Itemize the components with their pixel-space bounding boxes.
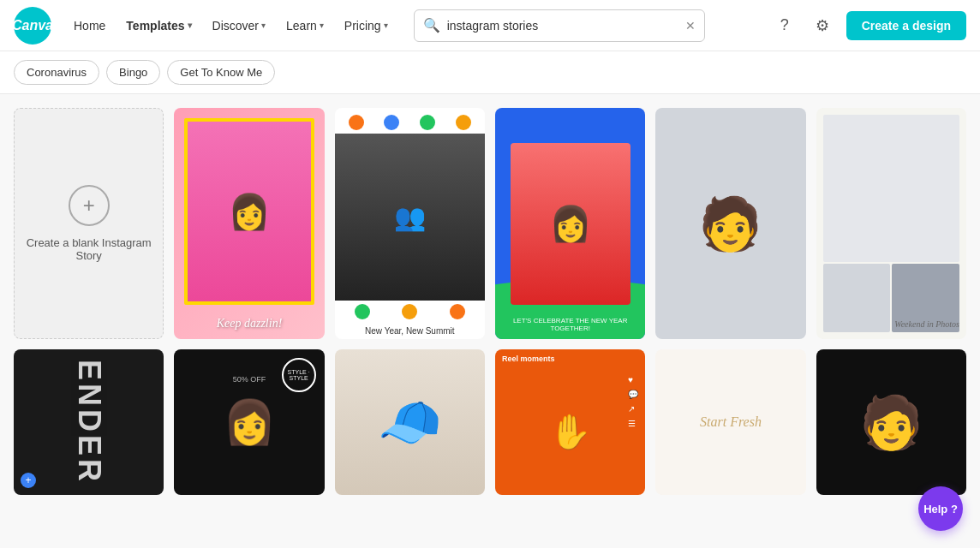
reel-icon-2: 💬 xyxy=(628,390,638,399)
search-input[interactable] xyxy=(447,19,685,33)
green-dot xyxy=(420,115,435,130)
nav-home[interactable]: Home xyxy=(65,14,114,38)
create-design-button[interactable]: Create a design xyxy=(846,11,966,40)
template-card-collage[interactable]: Weekend in Photos xyxy=(816,108,966,339)
main-nav: Home Templates ▾ Discover ▾ Learn ▾ Pric… xyxy=(65,14,397,38)
pink-card-text: Keep dazzlin! xyxy=(174,317,324,331)
reel-right-icons: ♥ 💬 ↗ ☰ xyxy=(628,375,638,428)
blue-card-portrait: 👩 xyxy=(511,143,630,305)
template-card-gray-portrait[interactable]: 🧑 xyxy=(655,108,805,339)
help-button[interactable]: Help ? xyxy=(918,486,963,531)
bw-vertical-text: ENDER xyxy=(71,360,107,485)
settings-button[interactable]: ⚙ xyxy=(809,12,836,39)
bottom-green-dot xyxy=(355,304,370,319)
create-blank-card[interactable]: + Create a blank Instagram Story xyxy=(14,108,164,339)
dark-style-text: 50% OFF xyxy=(233,375,266,384)
add-to-collection-dot[interactable]: + xyxy=(21,473,36,488)
start-fresh-text: Start Fresh xyxy=(700,414,762,430)
reel-hand: ✋ xyxy=(495,368,645,495)
collage-card-text: Weekend in Photos xyxy=(894,319,959,329)
filter-bar: Coronavirus Bingo Get To Know Me xyxy=(0,51,980,94)
search-bar: 🔍 ✕ xyxy=(414,9,705,42)
blank-card-label: Create a blank Instagram Story xyxy=(15,236,163,262)
gear-icon: ⚙ xyxy=(816,16,829,35)
template-card-reel[interactable]: Reel moments ✋ ♥ 💬 ↗ ☰ xyxy=(495,349,645,495)
colorful-card-text: New Year, New Summit xyxy=(335,323,485,339)
canva-logo[interactable]: Canva xyxy=(14,7,51,45)
template-card-dark-portrait[interactable]: 🧑 xyxy=(816,349,966,495)
bw-group-photo: 👥 xyxy=(335,134,485,301)
header: Canva Home Templates ▾ Discover ▾ Learn … xyxy=(0,0,980,51)
bottom-yellow-dot xyxy=(402,304,417,319)
discover-chevron-icon: ▾ xyxy=(261,21,266,30)
filter-tag-bingo[interactable]: Bingo xyxy=(106,60,160,85)
main-content: + Create a blank Instagram Story 👩 Keep … xyxy=(0,94,980,548)
nav-pricing[interactable]: Pricing ▾ xyxy=(336,14,397,38)
clear-search-icon[interactable]: ✕ xyxy=(685,19,696,33)
template-card-bw-vertical[interactable]: + ENDER xyxy=(14,349,164,495)
orange-dot xyxy=(349,115,364,130)
reel-icon-1: ♥ xyxy=(628,375,638,384)
templates-row-2: + ENDER STYLE · STYLE 👩 50% OFF 🧢 Reel m… xyxy=(14,349,966,495)
template-card-blue-celebrate[interactable]: 👩 LET'S CELEBRATE THE NEW YEAR TOGETHER! xyxy=(495,108,645,339)
nav-learn[interactable]: Learn ▾ xyxy=(278,14,332,38)
template-card-dark-style[interactable]: STYLE · STYLE 👩 50% OFF xyxy=(174,349,324,495)
pink-card-photo: 👩 xyxy=(188,122,310,301)
filter-tag-get-to-know-me[interactable]: Get To Know Me xyxy=(167,60,275,85)
gray-card-person: 🧑 xyxy=(698,194,762,254)
collage-top-photo xyxy=(823,115,959,262)
template-card-colorful[interactable]: 👥 New Year, New Summit xyxy=(335,108,485,339)
question-mark-icon: ? xyxy=(780,16,789,34)
collage-bl-photo xyxy=(823,264,891,332)
reel-label: Reel moments xyxy=(495,349,645,368)
hat-card-person: 🧢 xyxy=(378,392,442,453)
learn-chevron-icon: ▾ xyxy=(320,21,324,30)
plus-icon: + xyxy=(69,185,110,226)
template-card-start-fresh[interactable]: Start Fresh xyxy=(655,349,805,495)
blue-dot-decoration xyxy=(384,115,399,130)
dark-portrait-photo: 🧑 xyxy=(859,392,923,453)
templates-row-1: + Create a blank Instagram Story 👩 Keep … xyxy=(14,108,966,339)
yellow-dot xyxy=(456,115,471,130)
reel-icon-4: ☰ xyxy=(628,419,638,428)
blue-card-text: LET'S CELEBRATE THE NEW YEAR TOGETHER! xyxy=(499,317,642,332)
help-icon-button[interactable]: ? xyxy=(771,12,798,39)
style-circle-badge: STYLE · STYLE xyxy=(282,358,316,392)
header-actions: ? ⚙ Create a design xyxy=(771,11,966,40)
search-icon: 🔍 xyxy=(423,17,440,33)
nav-templates[interactable]: Templates ▾ xyxy=(117,14,200,38)
bottom-dots xyxy=(335,301,485,323)
top-dots xyxy=(335,108,485,134)
filter-tag-coronavirus[interactable]: Coronavirus xyxy=(14,60,99,85)
nav-discover[interactable]: Discover ▾ xyxy=(204,14,274,38)
dark-style-model: 👩 xyxy=(223,397,276,447)
pricing-chevron-icon: ▾ xyxy=(384,21,388,30)
template-card-hat[interactable]: 🧢 xyxy=(335,349,485,495)
template-card-pink-dazzlin[interactable]: 👩 Keep dazzlin! xyxy=(174,108,324,339)
bottom-orange-dot xyxy=(450,304,465,319)
reel-icon-3: ↗ xyxy=(628,404,638,414)
templates-chevron-icon: ▾ xyxy=(188,21,192,30)
